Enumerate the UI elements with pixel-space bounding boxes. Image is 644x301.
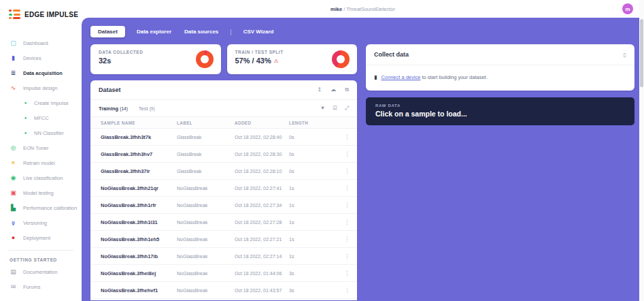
sample-length: 1s — [289, 186, 319, 191]
table-row[interactable]: NoGlassBreak.3fhehvf1 NoGlassBreak Oct 1… — [90, 282, 357, 299]
row-menu-icon[interactable]: ⋮ — [319, 202, 350, 208]
bullet-icon: ● — [23, 131, 28, 135]
row-menu-icon[interactable]: ⋮ — [319, 287, 350, 294]
logo-text: EDGE IMPULSE — [24, 11, 78, 18]
sample-name: NoGlassBreak.3fhei8ej — [101, 270, 177, 276]
tab-csv-wizard[interactable]: CSV Wizard — [242, 26, 275, 37]
breadcrumb-user[interactable]: mike — [331, 6, 342, 12]
upload-icon[interactable]: ↥ — [318, 86, 322, 93]
row-menu-icon[interactable]: ⋮ — [319, 150, 350, 157]
table-header: SAMPLE NAME LABEL ADDED LENGTH — [90, 117, 357, 129]
test-tab[interactable]: Test (9) — [139, 106, 155, 112]
collect-data-card: Collect data ▯ ▮ Connect a device to sta… — [366, 44, 634, 91]
column-sample-name: SAMPLE NAME — [101, 121, 177, 125]
sidebar-item-mfcc[interactable]: ● MFCC — [0, 110, 82, 125]
sidebar-item-data-acquisition[interactable]: ≣ Data acquisition — [0, 65, 82, 80]
training-count: (14) — [120, 106, 128, 111]
table-row[interactable]: GlassBreak.3fhh3t7k GlassBreak Oct 18 20… — [90, 129, 357, 146]
retrain-model-icon: × — [10, 160, 17, 166]
column-length: LENGTH — [289, 121, 319, 125]
test-count: (9) — [150, 106, 155, 111]
tab-data-sources[interactable]: Data sources — [183, 26, 220, 37]
sample-name: NoGlassBreak.3fhh17ib — [101, 253, 177, 259]
sidebar-item-live-classification[interactable]: ◉ Live classification — [0, 170, 82, 185]
data-collected-donut-chart — [196, 50, 214, 68]
dataset-panel: Dataset ↥ ☁ ⧉ Training (14) — [90, 80, 357, 300]
sidebar-item-nn-classifier[interactable]: ● NN Classifier — [0, 125, 82, 140]
sample-label: NoGlassBreak — [177, 203, 235, 208]
sidebar-item-label: MFCC — [34, 115, 49, 121]
expand-icon[interactable]: ⤢ — [345, 105, 349, 112]
connect-device-link[interactable]: Connect a device — [381, 74, 420, 80]
table-row[interactable]: NoGlassBreak.3fhh1rfr NoGlassBreak Oct 1… — [90, 197, 357, 214]
user-avatar[interactable]: m — [622, 3, 633, 14]
row-menu-icon[interactable]: ⋮ — [319, 236, 350, 242]
copy-icon[interactable]: ⧉ — [345, 86, 349, 93]
sample-name: NoGlassBreak.3fhh1rfr — [101, 202, 177, 208]
sidebar-divider — [8, 250, 73, 251]
sidebar-item-deployment[interactable]: ● Deployment — [0, 230, 82, 245]
tab-dataset[interactable]: Dataset — [90, 26, 125, 37]
sample-added: Oct 18 2022, 02:28:40 — [235, 135, 289, 140]
column-added: ADDED — [235, 121, 289, 125]
scrollbar-thumb[interactable] — [640, 19, 643, 87]
edge-impulse-logo[interactable]: EDGE IMPULSE — [0, 7, 82, 22]
training-tab[interactable]: Training (14) — [99, 106, 128, 112]
breadcrumb-separator: / — [343, 6, 345, 12]
sample-label: GlassBreak — [177, 135, 235, 140]
sidebar-item-performance-calibration[interactable]: ▙ Performance calibration — [0, 200, 82, 215]
sample-added: Oct 18 2022, 01:43:57 — [235, 288, 289, 293]
breadcrumb-project[interactable]: ThreatSoundDetector — [346, 6, 395, 12]
sidebar-item-label: Dashboard — [23, 40, 48, 46]
sample-length: 0s — [289, 169, 319, 174]
row-menu-icon[interactable]: ⋮ — [319, 168, 350, 174]
train-test-donut-chart — [332, 50, 350, 68]
sidebar-nav: ▢ Dashboard ▮ Devices ≣ Data acquisition… — [0, 35, 82, 294]
table-row[interactable]: GlassBreak.3fhh37lr GlassBreak Oct 18 20… — [90, 163, 357, 180]
sample-added: Oct 18 2022, 02:27:41 — [235, 186, 289, 191]
row-menu-icon[interactable]: ⋮ — [319, 133, 350, 140]
sample-length: 3s — [289, 288, 319, 293]
sample-length: 3s — [289, 271, 319, 276]
table-row[interactable]: NoGlassBreak.3fhei8ej NoGlassBreak Oct 1… — [90, 265, 357, 282]
sidebar-item-create-impulse[interactable]: ● Create Impulse — [0, 95, 82, 110]
sidebar-item-model-testing[interactable]: ▣ Model testing — [0, 185, 82, 200]
sample-name: NoGlassBreak.3fhehvf1 — [101, 287, 177, 294]
tab-data-explorer[interactable]: Data explorer — [135, 26, 173, 37]
sidebar-item-impulse-design[interactable]: ∿ Impulse design — [0, 80, 82, 95]
sidebar-item-label: Versioning — [23, 220, 47, 226]
sidebar-item-forums[interactable]: ✉ Forums — [0, 279, 82, 294]
sidebar-item-label: Forums — [23, 284, 40, 290]
sidebar-item-label: Live classification — [23, 175, 63, 181]
sample-label: NoGlassBreak — [177, 220, 235, 225]
cloud-icon[interactable]: ☁ — [331, 86, 336, 93]
table-row[interactable]: NoGlassBreak.3fhh1l31 NoGlassBreak Oct 1… — [90, 214, 357, 231]
train-test-split-label: TRAIN / TEST SPLIT — [235, 50, 350, 54]
table-row[interactable]: NoGlassBreak.3fhh17ib NoGlassBreak Oct 1… — [90, 248, 357, 265]
row-menu-icon[interactable]: ⋮ — [319, 219, 350, 225]
sidebar-item-documentation[interactable]: ▤ Documentation — [0, 264, 82, 279]
row-menu-icon[interactable]: ⋮ — [319, 253, 350, 259]
sidebar-item-versioning[interactable]: ⋔ Versioning — [0, 215, 82, 230]
select-icon[interactable]: ☑ — [333, 105, 337, 112]
sidebar-item-dashboard[interactable]: ▢ Dashboard — [0, 35, 82, 50]
sidebar-item-retrain-model[interactable]: × Retrain model — [0, 155, 82, 170]
column-label: LABEL — [177, 121, 235, 125]
monitor-icon: ▢ — [10, 40, 17, 46]
table-row[interactable]: GlassBreak.3fhh3hv7 GlassBreak Oct 18 20… — [90, 146, 357, 163]
train-test-split-card: TRAIN / TEST SPLIT 57% / 43% ⚠ — [227, 44, 358, 74]
sidebar-item-label: Retrain model — [23, 160, 55, 166]
filter-icon[interactable]: ▼ — [320, 105, 325, 112]
data-collected-label: DATA COLLECTED — [99, 50, 213, 54]
table-row[interactable]: NoGlassBreak.3fhh1eh5 NoGlassBreak Oct 1… — [90, 231, 357, 248]
sidebar-item-eon-tuner[interactable]: ◎ EON Tuner — [0, 140, 82, 155]
sample-length: 1s — [289, 254, 319, 259]
live-classification-icon: ◉ — [10, 175, 17, 181]
sample-name: GlassBreak.3fhh3hv7 — [101, 151, 177, 157]
table-row[interactable]: NoGlassBreak.3fhh21qr NoGlassBreak Oct 1… — [90, 180, 357, 197]
getting-started-header: GETTING STARTED — [0, 252, 82, 264]
row-menu-icon[interactable]: ⋮ — [319, 270, 350, 276]
row-menu-icon[interactable]: ⋮ — [319, 185, 350, 191]
forums-icon: ✉ — [10, 284, 17, 290]
sidebar-item-devices[interactable]: ▮ Devices — [0, 50, 82, 65]
